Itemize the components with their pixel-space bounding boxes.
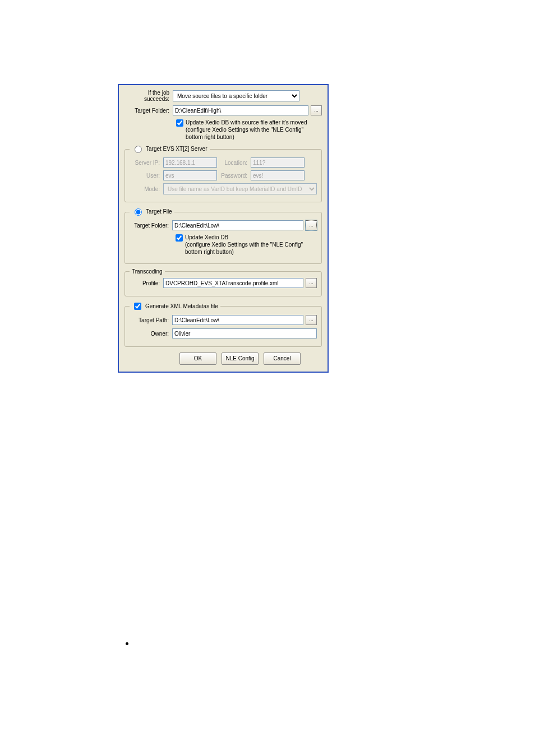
target-folder-input[interactable] xyxy=(173,105,308,115)
owner-label: Owner: xyxy=(130,331,172,337)
update-xedio-db-src-checkbox[interactable] xyxy=(176,119,183,127)
target-folder-label: Target Folder: xyxy=(124,108,173,114)
location-input xyxy=(251,157,305,168)
profile-input[interactable] xyxy=(163,278,303,288)
target-file-browse-button[interactable]: ... xyxy=(306,220,317,230)
profile-label: Profile: xyxy=(130,280,163,286)
mode-select: Use file name as VarID but keep Material… xyxy=(163,183,317,194)
user-label: User: xyxy=(130,173,163,179)
nle-config-button[interactable]: NLE Config xyxy=(222,353,259,365)
mode-label: Mode: xyxy=(130,186,163,192)
profile-browse-button[interactable]: ... xyxy=(306,278,317,288)
target-path-browse-button[interactable]: ... xyxy=(306,315,317,325)
target-xt-radio[interactable] xyxy=(135,146,142,153)
ok-button[interactable]: OK xyxy=(179,353,216,365)
cancel-button[interactable]: Cancel xyxy=(264,353,301,365)
target-file-folder-label: Target Folder: xyxy=(130,222,172,229)
owner-input[interactable] xyxy=(172,328,317,338)
target-xt-legend: Target EVS XT[2] Server xyxy=(146,146,207,152)
target-file-radio[interactable] xyxy=(135,208,142,216)
target-path-input[interactable] xyxy=(172,315,303,325)
password-input xyxy=(251,170,305,180)
generate-xml-checkbox[interactable] xyxy=(134,303,141,310)
target-file-legend: Target File xyxy=(146,208,172,215)
metadata-fieldset: Generate XML Metadatas file Target Path:… xyxy=(124,301,322,347)
button-row: OK NLE Config Cancel xyxy=(124,353,322,365)
bullet-icon xyxy=(126,642,128,645)
location-label: Location: xyxy=(217,160,251,166)
target-file-folder-input[interactable] xyxy=(172,220,303,230)
transcoding-fieldset: Transcoding Profile: ... xyxy=(124,268,322,296)
generate-xml-label: Generate XML Metadatas file xyxy=(145,303,218,309)
update-xedio-db-text: Update Xedio DB (configure Xedio Setting… xyxy=(185,234,317,256)
update-xedio-db-src-text: Update Xedio DB with source file after i… xyxy=(186,119,322,141)
if-succeeds-label: If the job succeeds: xyxy=(124,90,173,102)
user-input xyxy=(163,170,217,180)
dialog-panel: If the job succeeds: Move source files t… xyxy=(118,84,329,373)
browse-button[interactable]: ... xyxy=(311,105,322,115)
target-xt-fieldset: Target EVS XT[2] Server Server IP: Locat… xyxy=(124,144,322,202)
target-file-fieldset: Target File Target Folder: ... Update Xe… xyxy=(124,207,322,264)
server-ip-input xyxy=(163,157,217,168)
password-label: Password: xyxy=(217,173,251,179)
if-succeeds-select[interactable]: Move source files to a specific folder xyxy=(173,90,299,101)
target-path-label: Target Path: xyxy=(130,317,172,323)
server-ip-label: Server IP: xyxy=(130,160,163,166)
update-xedio-db-checkbox[interactable] xyxy=(176,234,183,242)
transcoding-legend: Transcoding xyxy=(130,268,165,275)
